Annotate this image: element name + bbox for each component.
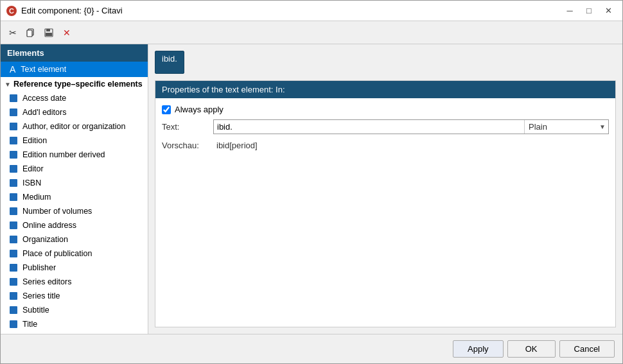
sidebar-group-label: Reference type–specific elements — [13, 80, 143, 89]
item-icon-access-date — [10, 94, 17, 102]
window-controls: ─ □ ✕ — [561, 4, 617, 17]
always-apply-label[interactable]: Always apply — [175, 105, 224, 114]
sidebar-group-ref-specific[interactable]: ▼ Reference type–specific elements — [1, 77, 148, 91]
sidebar-label-series-title: Series title — [22, 291, 60, 300]
copy-button[interactable] — [22, 24, 39, 41]
window-title: Edit component: {0} - Citavi — [21, 6, 561, 15]
delete-button[interactable]: ✕ — [58, 24, 75, 41]
sidebar-item-online-address[interactable]: Online address — [1, 218, 148, 232]
close-window-button[interactable]: ✕ — [599, 4, 617, 17]
item-icon-series-title — [10, 292, 17, 300]
dropdown-arrow-icon: ▼ — [599, 123, 606, 130]
sidebar-item-subtitle[interactable]: Subtitle — [1, 303, 148, 317]
text-input[interactable] — [214, 120, 524, 134]
item-icon-isbn — [10, 179, 17, 187]
app-icon: C — [6, 5, 17, 17]
item-icon-addl-editors — [10, 108, 17, 116]
item-icon-author-editor-org — [10, 123, 17, 130]
title-bar: C Edit component: {0} - Citavi ─ □ ✕ — [1, 1, 622, 21]
properties-panel: Properties of the text element: In: Alwa… — [155, 80, 616, 327]
sidebar-item-addl-editors[interactable]: Add'l editors — [1, 105, 148, 119]
sidebar-item-publisher[interactable]: Publisher — [1, 261, 148, 275]
apply-button[interactable]: Apply — [453, 340, 504, 358]
sidebar-label-organization: Organization — [22, 235, 68, 244]
ok-button[interactable]: OK — [507, 340, 556, 358]
text-label: Text: — [162, 122, 213, 132]
minimize-button[interactable]: ─ — [561, 4, 579, 17]
ibid-chip[interactable]: ibid. — [155, 51, 184, 74]
content-area: ibid. Properties of the text element: In… — [148, 44, 622, 334]
bottom-bar: Apply OK Cancel — [1, 334, 622, 363]
svg-rect-5 — [46, 29, 50, 31]
cut-button[interactable]: ✂ — [4, 24, 21, 41]
sidebar-label-edition-number-derived: Edition number derived — [22, 150, 105, 159]
sidebar-item-edition-number-derived[interactable]: Edition number derived — [1, 148, 148, 162]
sidebar-item-author-editor-org[interactable]: Author, editor or organization — [1, 119, 148, 134]
sidebar-item-editor[interactable]: Editor — [1, 162, 148, 176]
sidebar-item-series-editors[interactable]: Series editors — [1, 275, 148, 289]
sidebar-item-place-of-publication[interactable]: Place of publication — [1, 247, 148, 261]
item-icon-online-address — [10, 221, 17, 229]
vorschau-row: Vorschau: ibid[period] — [162, 139, 609, 152]
svg-text:C: C — [9, 7, 14, 15]
item-icon-number-of-volumes — [10, 207, 17, 215]
main-area: Elements A Text element ▼ Reference type… — [1, 44, 622, 334]
sidebar-item-organization[interactable]: Organization — [1, 232, 148, 247]
cancel-button[interactable]: Cancel — [559, 340, 615, 358]
properties-body: Always apply Text: Plain ▼ — [155, 98, 615, 158]
chip-area: ibid. — [155, 51, 616, 74]
maximize-button[interactable]: □ — [580, 4, 598, 17]
sidebar-item-medium[interactable]: Medium — [1, 190, 148, 204]
save-button[interactable] — [40, 24, 57, 41]
text-element-icon: A — [10, 64, 15, 74]
sidebar-item-isbn[interactable]: ISBN — [1, 176, 148, 190]
sidebar-label-title: Title — [22, 320, 37, 329]
item-icon-publisher — [10, 264, 17, 272]
sidebar-label-number-of-volumes: Number of volumes — [22, 207, 92, 216]
always-apply-checkbox[interactable] — [162, 105, 171, 114]
sidebar: Elements A Text element ▼ Reference type… — [1, 44, 148, 334]
sidebar-item-series-title[interactable]: Series title — [1, 289, 148, 303]
vorschau-value: ibid[period] — [213, 139, 261, 152]
sidebar-item-edition[interactable]: Edition — [1, 134, 148, 148]
text-row: Text: Plain ▼ — [162, 119, 609, 134]
sidebar-label-editor: Editor — [22, 164, 44, 173]
group-arrow-icon: ▼ — [4, 81, 11, 88]
sidebar-label-access-date: Access date — [22, 94, 66, 103]
sidebar-header: Elements — [1, 44, 148, 62]
format-dropdown[interactable]: Plain ▼ — [525, 120, 608, 134]
chip-label: ibid. — [162, 54, 177, 64]
main-window: C Edit component: {0} - Citavi ─ □ ✕ ✂ ✕ — [0, 0, 623, 364]
svg-rect-6 — [46, 33, 52, 36]
item-icon-series-editors — [10, 278, 17, 286]
text-input-container: Plain ▼ — [213, 119, 609, 134]
sidebar-item-access-date[interactable]: Access date — [1, 91, 148, 105]
sidebar-item-number-of-volumes[interactable]: Number of volumes — [1, 204, 148, 218]
sidebar-label-addl-editors: Add'l editors — [22, 108, 66, 117]
item-icon-organization — [10, 236, 17, 243]
sidebar-label-medium: Medium — [22, 193, 51, 202]
sidebar-label-author-editor-org: Author, editor or organization — [22, 122, 126, 131]
properties-header: Properties of the text element: In: — [155, 81, 615, 98]
sidebar-label-online-address: Online address — [22, 221, 76, 230]
sidebar-item-title[interactable]: Title — [1, 317, 148, 331]
sidebar-label-edition: Edition — [22, 136, 47, 145]
sidebar-scroll[interactable]: A Text element ▼ Reference type–specific… — [1, 62, 148, 334]
item-icon-title — [10, 320, 17, 328]
toolbar: ✂ ✕ — [1, 21, 622, 44]
item-icon-place-of-publication — [10, 250, 17, 257]
sidebar-item-label-text-element: Text element — [21, 65, 66, 74]
format-dropdown-label: Plain — [527, 120, 599, 134]
item-icon-edition — [10, 137, 17, 144]
item-icon-medium — [10, 193, 17, 201]
sidebar-item-text-element[interactable]: A Text element — [1, 62, 148, 77]
sidebar-label-isbn: ISBN — [22, 178, 41, 187]
item-icon-subtitle — [10, 306, 17, 314]
vorschau-label: Vorschau: — [162, 141, 213, 150]
item-icon-edition-number-derived — [10, 151, 17, 159]
always-apply-row: Always apply — [162, 105, 609, 114]
sidebar-label-series-editors: Series editors — [22, 277, 71, 286]
sidebar-label-place-of-publication: Place of publication — [22, 249, 92, 258]
svg-rect-3 — [27, 30, 32, 37]
item-icon-editor — [10, 165, 17, 173]
